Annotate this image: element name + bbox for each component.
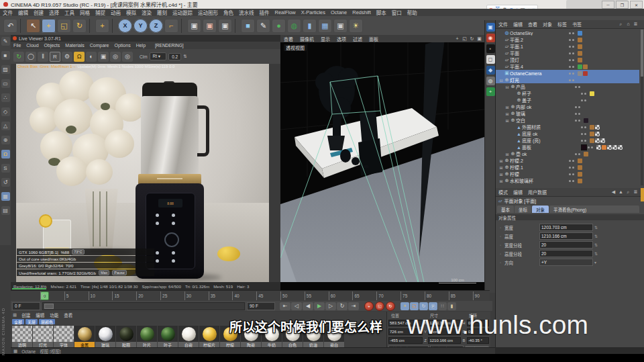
tex-tag[interactable] — [578, 179, 582, 183]
om-home-icon[interactable]: ⌂ — [625, 21, 632, 27]
tex-tag[interactable] — [590, 138, 594, 143]
green-tag[interactable] — [578, 64, 582, 69]
light-button[interactable]: ☀ — [349, 19, 363, 33]
menu-item-Octane[interactable]: Octane — [328, 9, 350, 15]
timeline-tick[interactable]: 80 — [425, 291, 431, 300]
tex-tag[interactable] — [590, 132, 594, 136]
edges-mode-icon[interactable]: ◇ — [1, 107, 10, 116]
field-input[interactable]: 1203.703 cm — [539, 224, 593, 231]
material-label[interactable]: 透明 — [12, 342, 32, 347]
visibility-dots[interactable] — [569, 180, 577, 182]
menu-item-X-Particles[interactable]: X-Particles — [299, 9, 328, 15]
field-input[interactable]: 1210.166 cm — [539, 232, 593, 240]
dark-tag[interactable] — [584, 118, 588, 123]
anim-dot-icon[interactable]: ◦ — [500, 226, 504, 230]
autokey-toggle[interactable]: ▮ — [447, 302, 456, 310]
viewport-nav-icon[interactable]: ↻ — [468, 36, 476, 42]
visibility-dots[interactable] — [569, 173, 577, 175]
chk-tag[interactable] — [612, 145, 617, 150]
om-menu-item-文件[interactable]: 文件 — [496, 21, 511, 28]
visibility-dots[interactable] — [575, 153, 583, 155]
material-label[interactable]: 金属 — [74, 342, 95, 347]
om-menu-item-书签[interactable]: 书签 — [570, 21, 584, 28]
object-row[interactable]: ◍OctaneSky — [496, 30, 639, 36]
menu-item-RealFlow[interactable]: RealFlow — [272, 9, 299, 15]
visibility-dots[interactable] — [588, 146, 596, 148]
menu-item-编辑[interactable]: 编辑 — [15, 9, 31, 16]
visibility-dots[interactable] — [569, 167, 577, 169]
axis-x-lock-button[interactable]: X — [118, 19, 132, 33]
material-label[interactable]: 柠檬 — [220, 342, 240, 347]
menu-item-动画[interactable]: 动画 — [108, 9, 123, 16]
stop-render-button[interactable]: ◯ — [25, 52, 36, 62]
render-preview-image[interactable]: 8:88 Check Bias :Gres :MaxRison 1→ Updat… — [16, 64, 269, 282]
key-position-toggle[interactable]: + — [400, 302, 409, 310]
expander-icon[interactable]: ⊟ — [504, 85, 510, 89]
visibility-dots[interactable] — [575, 86, 583, 88]
menu-item-网格[interactable]: 网格 — [77, 9, 93, 16]
key-pla-toggle[interactable]: ∷ — [438, 302, 447, 310]
object-row[interactable]: ▱平面.4 — [496, 63, 639, 70]
object-mode-icon[interactable]: ■ — [1, 51, 10, 60]
snap-settings-icon[interactable]: ▤ — [1, 206, 10, 215]
visibility-dots[interactable] — [581, 99, 589, 101]
attr-up-icon[interactable]: ▲ — [617, 189, 625, 195]
key-parameter-toggle[interactable]: Ⓟ — [429, 302, 437, 310]
layout-icon[interactable]: + — [486, 87, 495, 96]
sky-tag[interactable] — [578, 31, 582, 36]
anim-dot-icon[interactable]: ◦ — [500, 234, 504, 238]
scrubber-handle[interactable] — [44, 304, 54, 309]
region-render-button[interactable]: R — [50, 52, 60, 62]
material-label[interactable]: 瓷白 — [324, 342, 344, 347]
expander-icon[interactable]: ⊞ — [498, 159, 504, 163]
expander-icon[interactable]: ⊞ — [498, 179, 504, 183]
axis-z-lock-button[interactable]: Z — [149, 19, 163, 33]
material-label[interactable]: 柠檬片 — [199, 342, 219, 347]
lv-menu-item-File[interactable]: File — [11, 43, 23, 48]
expander-icon[interactable]: ⊞ — [504, 105, 510, 109]
layout-icon[interactable]: ◍ — [486, 77, 495, 85]
pause-button[interactable]: Pause — [112, 270, 127, 275]
material-label[interactable]: 白色 — [282, 342, 303, 347]
visibility-dots[interactable] — [581, 133, 589, 135]
timeline-tick[interactable]: 30 — [184, 291, 191, 300]
material-label[interactable]: 白瓷 — [178, 342, 199, 347]
attribute-tab-对象[interactable]: 对象 — [532, 206, 549, 213]
yellow-tag[interactable] — [590, 91, 594, 96]
anim-dot-icon[interactable]: ◦ — [500, 243, 504, 247]
red-tag[interactable] — [583, 71, 588, 76]
object-row[interactable]: ⊞⊕柠檬.2 — [496, 157, 639, 164]
attribute-tab-平滑着色(Phong)[interactable]: 平滑着色(Phong) — [549, 206, 639, 213]
expander-icon[interactable]: ⊞ — [504, 118, 510, 123]
spinner-icon[interactable]: ⇅ — [594, 234, 598, 238]
material-label[interactable]: 灯光 — [33, 342, 53, 347]
menu-item-运动图形[interactable]: 运动图形 — [195, 9, 221, 16]
object-row[interactable]: ⊞⊕水和玻璃杯 — [496, 177, 639, 184]
material-label[interactable]: 叶子 — [158, 342, 178, 347]
visibility-dots[interactable] — [569, 39, 577, 41]
object-row[interactable]: ⊞⊕玻璃 — [496, 110, 639, 117]
workplane-mode-icon[interactable]: ▭ — [1, 79, 10, 88]
viewport-menu-item-面板[interactable]: 面板 — [366, 36, 382, 42]
record-rotation-button[interactable]: ↻ — [386, 302, 395, 311]
viewport-menu-item-显示[interactable]: 显示 — [317, 36, 333, 42]
object-row[interactable]: ▱平面.1 — [496, 43, 639, 50]
simulation-icon[interactable]: S — [1, 164, 10, 173]
visibility-dots[interactable] — [581, 93, 589, 95]
om-search-icon[interactable]: ⌕ — [617, 21, 625, 27]
object-row[interactable]: ⊟⊕产品 — [496, 83, 639, 90]
lock-resolution-button[interactable]: Ω — [74, 52, 85, 62]
perspective-viewport[interactable]: 查看摄像机显示选项过滤面板 +◱↻▣ 透视视图 — [280, 35, 484, 290]
timeline-tick[interactable]: 70 — [376, 291, 383, 300]
deformer-button[interactable]: ▮ — [303, 19, 317, 33]
record-keyframe-button[interactable]: + — [364, 302, 374, 311]
camera-button[interactable]: ▣ — [333, 19, 347, 33]
menu-item-帮助[interactable]: 帮助 — [405, 9, 420, 16]
tex-tag[interactable] — [584, 152, 588, 156]
tex-tag[interactable] — [578, 38, 582, 42]
timeline-tick[interactable]: 45 — [256, 291, 263, 300]
material-label[interactable]: 字体 — [54, 342, 74, 347]
object-row[interactable]: ⊞⊕内部 ok — [496, 103, 639, 110]
render-settings-button[interactable]: ⚙ — [62, 52, 72, 62]
menu-item-捕捉[interactable]: 捕捉 — [93, 9, 108, 16]
